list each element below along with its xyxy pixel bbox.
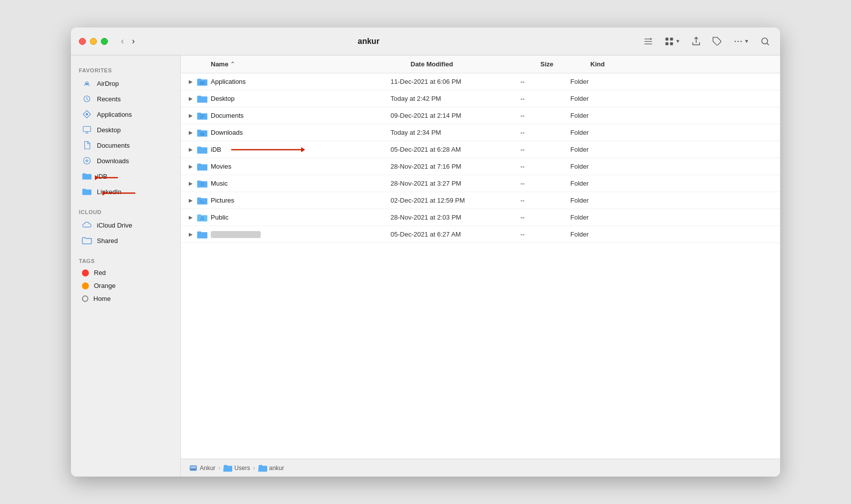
redacted-name-bar	[211, 231, 261, 238]
search-button[interactable]	[758, 34, 772, 48]
filedate-music: 28-Nov-2021 at 3:27 PM	[391, 180, 520, 187]
filekind-music: Folder	[570, 180, 772, 187]
file-row-public[interactable]: ▶ Public 28-Nov-2021 at 2:03 PM -- Folde…	[181, 209, 780, 226]
filename-idb: iDB	[211, 145, 391, 155]
tag-button[interactable]	[710, 34, 724, 48]
expand-documents[interactable]: ▶	[189, 113, 197, 118]
tags-section-label: Tags	[71, 254, 180, 266]
svg-point-31	[200, 200, 202, 202]
file-row-movies[interactable]: ▶ Movies 28-Nov-2021 at 7:16 PM -- Folde…	[181, 158, 780, 175]
sidebar-tag-red[interactable]: Red	[74, 266, 177, 279]
sidebar-item-linkedin[interactable]: LinkedIn	[74, 184, 177, 199]
filename-public: Public	[211, 214, 391, 221]
filename-documents: Documents	[211, 112, 391, 119]
window-title: ankur	[96, 37, 641, 46]
shared-icon	[82, 236, 92, 246]
file-row-pictures[interactable]: ▶ Pictures 02-Dec-2021 at 12:59 PM -- Fo…	[181, 192, 780, 209]
svg-marker-24	[95, 175, 99, 180]
list-view-button[interactable]	[641, 34, 655, 48]
sidebar-item-icloud-drive[interactable]: iCloud Drive	[74, 218, 177, 233]
svg-point-11	[741, 40, 742, 42]
ankur-folder-icon	[258, 464, 267, 473]
file-row-idb[interactable]: ▶ iDB 05-Dec-2021 at 6:2	[181, 141, 780, 158]
expand-pictures[interactable]: ▶	[189, 198, 197, 203]
expand-applications[interactable]: ▶	[189, 79, 197, 84]
documents-icon	[82, 140, 92, 150]
list-view-icon	[643, 36, 653, 46]
sidebar-item-applications[interactable]: Applications	[74, 107, 177, 122]
expand-music[interactable]: ▶	[189, 181, 197, 186]
name-sort-arrow: ⌃	[230, 61, 235, 67]
file-row-documents[interactable]: ▶ Documents 09-Dec-2021 at 2:14 PM -- Fo…	[181, 107, 780, 124]
more-button[interactable]: ▼	[731, 34, 751, 48]
col-header-name[interactable]: Name ⌃	[211, 60, 411, 68]
expand-redacted[interactable]: ▶	[189, 232, 197, 237]
sidebar-tag-orange[interactable]: Orange	[74, 279, 177, 292]
filename-redacted	[211, 231, 391, 238]
breadcrumb-users[interactable]: Users	[223, 464, 250, 473]
filename-pictures: Pictures	[211, 197, 391, 204]
search-icon	[760, 36, 770, 46]
close-button[interactable]	[79, 38, 86, 45]
filedate-pictures: 02-Dec-2021 at 12:59 PM	[391, 197, 520, 204]
sidebar-item-documents[interactable]: Documents	[74, 138, 177, 153]
svg-rect-18	[83, 126, 91, 132]
grid-view-button[interactable]: ▼	[662, 34, 682, 48]
svg-rect-5	[666, 42, 669, 45]
file-row-applications[interactable]: ▶ Applications 11-Dec-2021 at 6:06 PM --…	[181, 73, 780, 90]
sidebar-item-desktop[interactable]: Desktop	[74, 122, 177, 137]
sidebar: Favorites AirDrop	[71, 55, 181, 477]
more-icon	[733, 36, 743, 46]
expand-desktop[interactable]: ▶	[189, 96, 197, 101]
file-list: ▶ Applications 11-Dec-2021 at 6:06 PM --…	[181, 73, 780, 459]
file-row-redacted[interactable]: ▶ 05-Dec-2021 at 6:27 AM -- Folder	[181, 226, 780, 243]
filedate-desktop: Today at 2:42 PM	[391, 95, 520, 102]
sidebar-item-recents[interactable]: Recents	[74, 91, 177, 106]
expand-idb[interactable]: ▶	[189, 147, 197, 152]
downloads-icon	[82, 156, 92, 166]
sidebar-item-airdrop[interactable]: AirDrop	[74, 76, 177, 91]
expand-downloads[interactable]: ▶	[189, 130, 197, 135]
sidebar-tag-orange-label: Orange	[94, 282, 115, 289]
expand-public[interactable]: ▶	[189, 215, 197, 220]
sidebar-item-downloads[interactable]: Downloads	[74, 153, 177, 168]
filekind-downloads: Folder	[570, 129, 772, 136]
svg-rect-27	[200, 81, 204, 84]
folder-icon-movies	[197, 161, 208, 172]
filekind-public: Folder	[570, 214, 772, 221]
filename-downloads: Downloads	[211, 129, 391, 136]
sidebar-tag-home[interactable]: Home	[74, 292, 177, 305]
col-header-size: Size	[540, 60, 590, 68]
breadcrumb-ankur2[interactable]: ankur	[258, 464, 284, 473]
idb-arrow-annotation	[94, 173, 124, 183]
expand-movies[interactable]: ▶	[189, 164, 197, 169]
sidebar-airdrop-label: AirDrop	[97, 80, 119, 87]
svg-rect-35	[191, 466, 196, 469]
file-row-music[interactable]: ▶ Music 28-Nov-2021 at 3:27 PM -- Folder	[181, 175, 780, 192]
filesize-applications: --	[520, 78, 570, 85]
filedate-public: 28-Nov-2021 at 2:03 PM	[391, 214, 520, 221]
svg-rect-4	[670, 37, 673, 40]
folder-icon-applications	[197, 76, 208, 87]
folder-icon-documents	[197, 110, 208, 121]
sidebar-item-shared[interactable]: Shared	[74, 233, 177, 248]
breadcrumb-ankur[interactable]: Ankur	[189, 464, 215, 473]
file-row-desktop[interactable]: ▶ Desktop Today at 2:42 PM -- Folder	[181, 90, 780, 107]
filesize-pictures: --	[520, 197, 570, 204]
filesize-redacted: --	[520, 231, 570, 238]
filedate-redacted: 05-Dec-2021 at 6:27 AM	[391, 231, 520, 238]
filedate-applications: 11-Dec-2021 at 6:06 PM	[391, 78, 520, 85]
filekind-pictures: Folder	[570, 197, 772, 204]
icloud-drive-icon	[82, 220, 92, 230]
tag-red-dot	[82, 269, 89, 276]
filekind-desktop: Folder	[570, 95, 772, 102]
share-button[interactable]	[689, 34, 703, 48]
svg-point-9	[735, 40, 736, 42]
filedate-documents: 09-Dec-2021 at 2:14 PM	[391, 112, 520, 119]
more-dropdown-arrow: ▼	[744, 38, 749, 44]
finder-window: ‹ › ankur ▼	[71, 27, 780, 477]
file-row-downloads[interactable]: ▶ Downloads Today at 2:34 PM -- Folder	[181, 124, 780, 141]
sidebar-item-idb[interactable]: iDB	[74, 169, 177, 184]
svg-rect-6	[670, 42, 673, 45]
sidebar-applications-label: Applications	[97, 111, 132, 118]
